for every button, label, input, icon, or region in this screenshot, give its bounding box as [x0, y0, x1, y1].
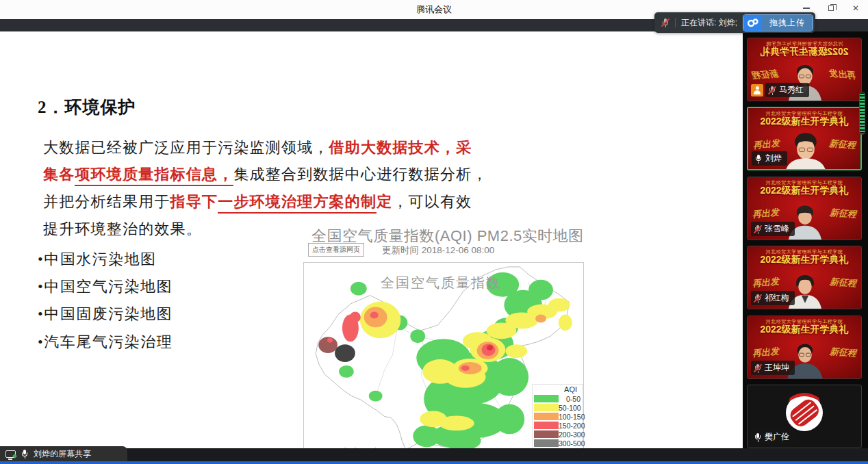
weiyun-cloud-icon: [743, 15, 762, 31]
bullet-item: •中国固废污染地图: [38, 304, 173, 324]
video-thumbnail[interactable]: 河北经贸大学管理科学与工程学院 2022级新生开学典礼 再出发 新征程 马秀红: [747, 38, 862, 101]
share-border-indicator: [0, 461, 868, 464]
restore-button[interactable]: [824, 3, 838, 14]
speaking-now-label: 正在讲话: 刘烨;: [681, 17, 737, 29]
close-icon: ✕: [852, 4, 859, 12]
participant-name: 王坤坤: [765, 362, 789, 374]
legend-swatch: [534, 413, 559, 420]
legend-header: AQI: [534, 385, 581, 394]
screen-share-tab[interactable]: 刘烨的屏幕共享: [0, 446, 127, 461]
legend-swatch: [534, 422, 559, 429]
legend-swatch: [534, 404, 559, 411]
restore-icon: [828, 5, 834, 11]
speaker-panel: 正在讲话: 刘烨; 拖拽上传: [654, 12, 815, 33]
audio-level-indicator: [859, 92, 865, 135]
mic-muted-icon: [661, 18, 669, 27]
aqi-deep-red-spot: [487, 345, 493, 350]
bullet-item: •汽车尾气污染治理: [38, 332, 173, 352]
figure-updated-time: 更新时间 2018-12-06 08:00: [382, 244, 494, 257]
divider: [675, 18, 676, 27]
participant-name: 祁红梅: [765, 292, 789, 304]
aqi-map: 全国空气质量指数 www.air-level.com AQI 0-50 50-1…: [303, 262, 584, 464]
close-button[interactable]: ✕: [849, 3, 863, 14]
paragraph-line-1: 大数据已经被广泛应用于污染监测领域，借助大数据技术，采: [43, 138, 472, 158]
video-thumbnail[interactable]: 河北经贸大学管理科学与工程学院 2022级新生开学典礼 再出发 新征程 刘烨: [747, 107, 862, 170]
paragraph-line-4: 提升环境整治的效果。: [43, 219, 202, 240]
participant-name: 刘烨: [765, 153, 782, 164]
legend-swatch: [534, 395, 559, 402]
mic-icon: [754, 294, 762, 303]
drag-upload-button[interactable]: 拖拽上传: [743, 14, 813, 31]
person-badge-icon: [751, 84, 763, 96]
video-thumbnail[interactable]: 河北经贸大学管理科学与工程学院 2022级新生开学典礼 再出发 新征程 祁红梅: [747, 246, 862, 309]
mic-icon: [768, 86, 776, 95]
mic-icon: [754, 363, 762, 373]
video-thumbnail[interactable]: 河北经贸大学管理科学与工程学院 2022级新生开学典礼 再出发 新征程 张雪峰: [747, 177, 862, 240]
participant-name: 张雪峰: [765, 223, 789, 235]
shared-screen-slide: 2．环境保护 大数据已经被广泛应用于污染监测领域，借助大数据技术，采 集各项环境…: [0, 31, 743, 448]
legend-swatch: [534, 430, 559, 438]
aqi-dark-blob: [335, 344, 355, 362]
slide-title: 2．环境保护: [38, 96, 136, 118]
video-thumbnail[interactable]: 樊广佺: [747, 385, 862, 448]
tencent-meeting-window: 腾讯会议 ✕ 正在讲话: 刘烨; 拖拽上传 2．环境保护 大数: [0, 0, 868, 464]
view-source-button[interactable]: 点击查看源网页: [308, 243, 364, 257]
mic-icon: [754, 433, 762, 442]
map-inner-title: 全国空气质量指数: [304, 274, 578, 292]
mic-icon: [754, 154, 763, 164]
mic-icon: [21, 449, 29, 459]
bottom-bar: [0, 448, 868, 461]
participant-name: 马秀红: [779, 84, 804, 96]
screen-share-icon: [5, 450, 16, 458]
share-label: 刘烨的屏幕共享: [34, 448, 91, 460]
participants-sidebar: 河北经贸大学管理科学与工程学院 2022级新生开学典礼 再出发 新征程 马秀红: [743, 31, 868, 461]
drag-upload-label: 拖拽上传: [762, 15, 813, 31]
legend-swatch: [534, 439, 559, 447]
minimize-icon: [803, 8, 810, 9]
participant-name: 樊广佺: [765, 431, 789, 443]
bullet-item: •中国空气污染地图: [38, 276, 173, 297]
mic-icon: [754, 224, 762, 234]
bullet-item: •中国水污染地图: [38, 249, 157, 270]
video-thumbnail[interactable]: 河北经贸大学管理科学与工程学院 2022级新生开学典礼 再出发 新征程 王坤坤: [747, 315, 862, 379]
paragraph-line-2: 集各项环境质量指标信息，集成整合到数据中心进行数据分析，: [43, 164, 488, 185]
aqi-red-spot-west: [327, 338, 333, 343]
paragraph-line-3: 并把分析结果用于指导下一步环境治理方案的制定，可以有效: [43, 192, 472, 212]
